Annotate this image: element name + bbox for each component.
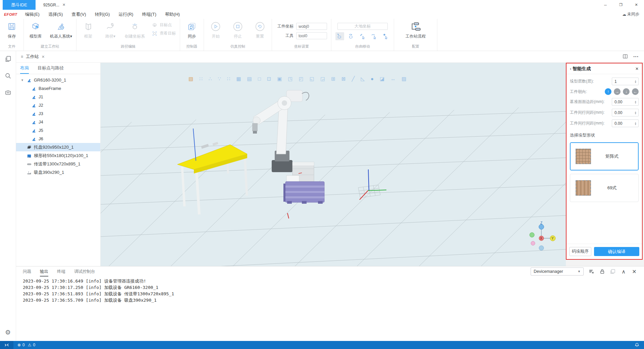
save-button[interactable]: 保存 bbox=[4, 21, 19, 39]
robot-system-button[interactable]: 机器人系统▾ bbox=[50, 21, 72, 39]
tree-row-pallet[interactable]: 托盘920x950x120_1 bbox=[16, 143, 100, 151]
document-tab-close-icon[interactable]: ✕ bbox=[62, 3, 65, 7]
split-editor-icon[interactable] bbox=[623, 54, 628, 60]
box-tool-icon[interactable]: ▣ bbox=[277, 76, 282, 82]
add-model-icon[interactable]: ▧ bbox=[189, 76, 193, 82]
tree-row-j6[interactable]: J6 bbox=[16, 135, 100, 143]
viewport-3d[interactable]: Z Y X ▧∷∴∵∷▦▤□⊡▣◳◰◱◲⊞⊠╱◺●◪↔▨ bbox=[101, 63, 566, 266]
restore-button[interactable]: ❐ bbox=[613, 0, 629, 10]
sync-status[interactable]: ☁ 未同步 bbox=[622, 11, 639, 17]
matrix-array-icon[interactable]: ▦ bbox=[236, 76, 241, 82]
workstation-tab[interactable]: ≡ 工作站 ✕ bbox=[16, 51, 49, 62]
caret-down-icon[interactable]: ▼ bbox=[21, 79, 26, 82]
menu-edit[interactable]: 编辑(E) bbox=[21, 11, 44, 17]
box-corner-3-icon[interactable]: ◲ bbox=[320, 76, 325, 82]
problems-summary[interactable]: ⊗ 0 ⚠ 0 bbox=[17, 343, 35, 347]
shape-option-69[interactable]: 69式 bbox=[570, 174, 639, 202]
measure-tool-icon[interactable]: ↔ bbox=[390, 76, 395, 82]
row-gap2-input[interactable] bbox=[612, 121, 635, 126]
sync-button[interactable]: 同步 bbox=[184, 21, 200, 39]
line-tool-icon[interactable]: ╱ bbox=[352, 76, 355, 82]
orient-right-button[interactable]: → bbox=[614, 88, 621, 95]
workstation-flow-button[interactable]: 工作站流程 bbox=[406, 21, 426, 39]
point-array-3-icon[interactable]: ∵ bbox=[218, 76, 221, 82]
create-frame-button[interactable]: 创建坐标系 bbox=[125, 21, 145, 39]
maximize-panel-icon[interactable]: ∧ bbox=[621, 268, 627, 275]
tree-row-robot[interactable]: ▼ GR6160-3200_1 bbox=[16, 76, 100, 84]
menu-help[interactable]: 帮助(H) bbox=[161, 11, 184, 17]
tree-row-j3[interactable]: J3 bbox=[16, 109, 100, 118]
back-chevron-icon[interactable]: ‹ bbox=[570, 66, 571, 71]
output-channel-select[interactable]: Devicemanager ▼ bbox=[531, 267, 584, 276]
more-actions-icon[interactable]: ··· bbox=[633, 54, 639, 60]
minimize-button[interactable]: ─ bbox=[598, 0, 613, 10]
tree-row-j2[interactable]: J2 bbox=[16, 101, 100, 109]
grid-array-icon[interactable]: ▤ bbox=[247, 76, 252, 82]
sphere-icon[interactable]: ● bbox=[371, 76, 374, 82]
notifications-bell-icon[interactable] bbox=[635, 343, 639, 347]
tree-row-baseframe[interactable]: BaseFrame bbox=[16, 84, 100, 93]
tab-terminal[interactable]: 终端 bbox=[57, 267, 65, 277]
stepper-chevrons-icon[interactable]: ▲▼ bbox=[635, 111, 637, 114]
reset-button[interactable]: 重置 bbox=[252, 21, 268, 39]
tree-row-suction[interactable]: 吸盘390x290_1 bbox=[16, 168, 100, 177]
tree-row-j5[interactable]: J5 bbox=[16, 126, 100, 135]
box-corner-icon[interactable]: ◰ bbox=[299, 76, 304, 82]
menu-goto[interactable]: 转到(G) bbox=[91, 11, 114, 17]
close-panel-icon[interactable]: ✕ bbox=[631, 268, 637, 275]
row-gap-input[interactable] bbox=[612, 110, 635, 115]
row-gap2-stepper[interactable]: ▲▼ bbox=[612, 119, 639, 127]
tree-row-brick[interactable]: 梯形砖550x180(120)x100_1 bbox=[16, 151, 100, 160]
orient-down-button[interactable]: ↓ bbox=[623, 88, 630, 95]
view-target-button[interactable]: 查看目标 bbox=[152, 31, 176, 36]
orient-up-button[interactable]: ↑ bbox=[605, 88, 611, 95]
drag-move-icon[interactable] bbox=[358, 32, 367, 40]
robot-panel-icon[interactable] bbox=[4, 89, 12, 97]
clear-output-icon[interactable] bbox=[588, 268, 594, 275]
lock-icon[interactable] bbox=[599, 268, 605, 275]
base-margin-stepper[interactable]: ▲▼ bbox=[612, 98, 639, 106]
tab-output[interactable]: 输出 bbox=[40, 267, 48, 277]
stepper-chevrons-icon[interactable]: ▲▼ bbox=[635, 122, 637, 125]
menu-view[interactable]: 查看(V) bbox=[67, 11, 90, 17]
copy-box-icon[interactable]: ◳ bbox=[288, 76, 293, 82]
layers-stepper[interactable]: ▲▼ bbox=[612, 78, 639, 85]
document-tab[interactable]: 925GR... ✕ bbox=[36, 0, 73, 10]
mirror-tool-icon[interactable]: ◪ bbox=[380, 76, 384, 82]
move-part-icon[interactable] bbox=[335, 32, 344, 40]
stepper-chevrons-icon[interactable]: ▲▼ bbox=[635, 80, 637, 83]
orient-left-button[interactable]: ← bbox=[632, 88, 639, 95]
search-icon[interactable] bbox=[4, 72, 12, 80]
sphere-tool-icon[interactable]: ⊡ bbox=[267, 76, 271, 82]
settings-gear-icon[interactable]: ⚙ bbox=[5, 329, 11, 336]
stepper-chevrons-icon[interactable]: ▲▼ bbox=[635, 100, 637, 104]
model-library-button[interactable]: 模型库 bbox=[28, 21, 43, 39]
menu-select[interactable]: 选择(S) bbox=[44, 11, 67, 17]
world-coord-select[interactable]: 大地坐标 bbox=[337, 23, 388, 30]
row-gap-stepper[interactable]: ▲▼ bbox=[612, 109, 639, 116]
rotate-part-icon[interactable] bbox=[347, 32, 356, 40]
tree-row-conveyor[interactable]: 传送带1300x720x895_1 bbox=[16, 160, 100, 168]
palletize-order-button[interactable]: 码垛顺序 bbox=[569, 247, 591, 256]
drag-rotate-icon[interactable] bbox=[370, 32, 378, 40]
tab-debug-console[interactable]: 调试控制台 bbox=[74, 267, 95, 277]
explorer-icon[interactable] bbox=[4, 55, 12, 63]
eraser-tool-icon[interactable]: ▨ bbox=[401, 76, 406, 82]
free-drag-icon[interactable] bbox=[381, 32, 390, 40]
start-button[interactable]: 开始 bbox=[208, 21, 223, 39]
output-log[interactable]: 2023-09-25 17:30:16.649 [info] 设备管理器连接成功… bbox=[16, 277, 644, 305]
shape-option-matrix[interactable]: 矩阵式 bbox=[570, 142, 639, 170]
target-point-button[interactable]: 目标点 bbox=[152, 22, 176, 28]
tab-layout[interactable]: 布局 bbox=[20, 63, 29, 74]
path-button[interactable]: 路径▾ bbox=[103, 21, 118, 39]
point-array-2-icon[interactable]: ∴ bbox=[209, 76, 212, 82]
split-panel-icon[interactable] bbox=[610, 268, 616, 275]
cone-tool-icon[interactable]: ◺ bbox=[361, 76, 365, 82]
base-margin-input[interactable] bbox=[612, 100, 635, 104]
remote-indicator[interactable] bbox=[0, 341, 13, 349]
point-array-4-icon[interactable]: ∷ bbox=[227, 76, 230, 82]
tree-row-j4[interactable]: J4 bbox=[16, 118, 100, 126]
stop-button[interactable]: 停止 bbox=[230, 21, 246, 39]
confirm-compile-button[interactable]: 确认编译 bbox=[594, 247, 639, 256]
frame-button[interactable]: 框架 bbox=[80, 21, 96, 39]
